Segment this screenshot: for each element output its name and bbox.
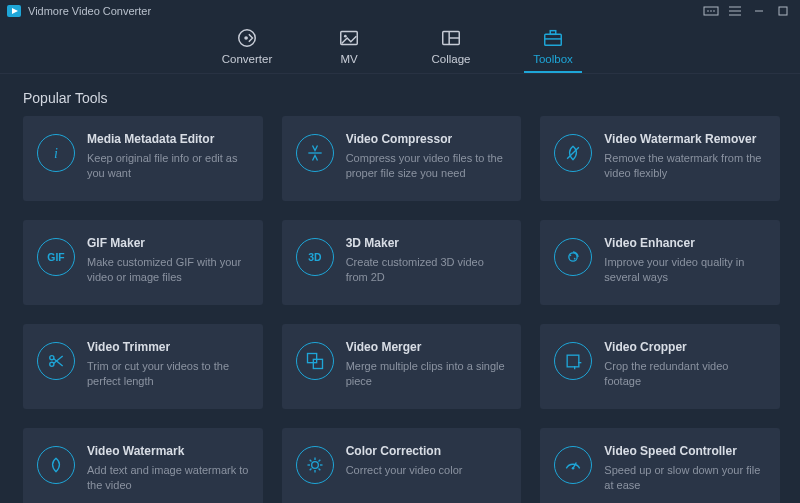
tool-desc: Speed up or slow down your file at ease xyxy=(604,463,766,493)
svg-rect-10 xyxy=(779,7,787,15)
tool-card[interactable]: Video Compressor Compress your video fil… xyxy=(282,116,522,201)
collage-icon xyxy=(440,27,462,49)
tool-desc: Improve your video quality in several wa… xyxy=(604,255,766,285)
svg-point-26 xyxy=(569,253,577,261)
mv-icon xyxy=(338,27,360,49)
top-nav: Converter MV Collage Toolbox xyxy=(0,22,800,74)
watermark-icon xyxy=(37,446,75,484)
titlebar: Vidmore Video Converter xyxy=(0,0,800,22)
nav-converter[interactable]: Converter xyxy=(218,27,276,73)
tool-desc: Remove the watermark from the video flex… xyxy=(604,151,766,181)
tool-card[interactable]: Video Cropper Crop the redundant video f… xyxy=(540,324,780,409)
svg-line-45 xyxy=(309,469,311,471)
nav-mv[interactable]: MV xyxy=(320,27,378,73)
svg-text:3D: 3D xyxy=(308,252,322,263)
tool-desc: Create customized 3D video from 2D xyxy=(346,255,508,285)
tool-card[interactable]: Video Watermark Add text and image water… xyxy=(23,428,263,503)
three-d-icon: 3D xyxy=(296,238,334,276)
svg-point-48 xyxy=(572,467,575,470)
tool-title: Video Trimmer xyxy=(87,340,249,354)
tool-desc: Compress your video files to the proper … xyxy=(346,151,508,181)
tool-card[interactable]: Color Correction Correct your video colo… xyxy=(282,428,522,503)
svg-rect-34 xyxy=(313,359,322,368)
svg-point-5 xyxy=(713,10,715,12)
tool-card[interactable]: i Media Metadata Editor Keep original fi… xyxy=(23,116,263,201)
nav-toolbox[interactable]: Toolbox xyxy=(524,27,582,73)
tool-text: Media Metadata Editor Keep original file… xyxy=(87,132,249,181)
tools-grid: i Media Metadata Editor Keep original fi… xyxy=(23,116,780,503)
tool-card[interactable]: Video Enhancer Improve your video qualit… xyxy=(540,220,780,305)
tool-text: Video Cropper Crop the redundant video f… xyxy=(604,340,766,389)
tool-text: Video Enhancer Improve your video qualit… xyxy=(604,236,766,285)
svg-point-28 xyxy=(574,258,576,260)
app-icon xyxy=(6,3,22,19)
tool-desc: Add text and image watermark to the vide… xyxy=(87,463,249,493)
nav-label: Collage xyxy=(432,53,471,65)
tool-card[interactable]: 3D 3D Maker Create customized 3D video f… xyxy=(282,220,522,305)
menu-dots-icon[interactable] xyxy=(700,3,722,19)
watermark-remove-icon xyxy=(554,134,592,172)
svg-point-38 xyxy=(311,462,318,469)
tool-card[interactable]: Video Merger Merge multiple clips into a… xyxy=(282,324,522,409)
svg-line-44 xyxy=(318,469,320,471)
svg-rect-18 xyxy=(545,34,562,45)
tool-desc: Trim or cut your videos to the perfect l… xyxy=(87,359,249,389)
color-icon xyxy=(296,446,334,484)
nav-collage[interactable]: Collage xyxy=(422,27,480,73)
tool-card[interactable]: Video Speed Controller Speed up or slow … xyxy=(540,428,780,503)
gif-icon: GIF xyxy=(37,238,75,276)
cropper-icon xyxy=(554,342,592,380)
content-area: Popular Tools i Media Metadata Editor Ke… xyxy=(0,74,800,503)
minimize-button[interactable] xyxy=(748,3,770,19)
tool-desc: Make customized GIF with your video or i… xyxy=(87,255,249,285)
svg-point-27 xyxy=(570,255,572,257)
nav-label: MV xyxy=(340,53,357,65)
tool-title: Video Watermark xyxy=(87,444,249,458)
svg-rect-33 xyxy=(307,354,316,363)
tool-title: Media Metadata Editor xyxy=(87,132,249,146)
enhancer-icon xyxy=(554,238,592,276)
tool-text: Video Speed Controller Speed up or slow … xyxy=(604,444,766,493)
svg-rect-19 xyxy=(550,31,556,35)
tool-card[interactable]: Video Watermark Remover Remove the water… xyxy=(540,116,780,201)
svg-text:GIF: GIF xyxy=(47,252,64,263)
tool-desc: Crop the redundant video footage xyxy=(604,359,766,389)
tool-desc: Merge multiple clips into a single piece xyxy=(346,359,508,389)
merger-icon xyxy=(296,342,334,380)
info-icon: i xyxy=(37,134,75,172)
tool-text: 3D Maker Create customized 3D video from… xyxy=(346,236,508,285)
tool-desc: Correct your video color xyxy=(346,463,508,478)
tool-title: Video Cropper xyxy=(604,340,766,354)
tool-text: Color Correction Correct your video colo… xyxy=(346,444,508,478)
svg-point-4 xyxy=(710,10,712,12)
section-title: Popular Tools xyxy=(23,90,780,106)
tool-title: Video Speed Controller xyxy=(604,444,766,458)
app-title: Vidmore Video Converter xyxy=(28,5,151,17)
tool-card[interactable]: Video Trimmer Trim or cut your videos to… xyxy=(23,324,263,409)
nav-label: Converter xyxy=(222,53,273,65)
tool-card[interactable]: GIF GIF Maker Make customized GIF with y… xyxy=(23,220,263,305)
toolbox-icon xyxy=(542,27,564,49)
tool-title: Video Watermark Remover xyxy=(604,132,766,146)
compress-icon xyxy=(296,134,334,172)
trimmer-icon xyxy=(37,342,75,380)
svg-point-3 xyxy=(707,10,709,12)
tool-text: Video Trimmer Trim or cut your videos to… xyxy=(87,340,249,389)
svg-point-12 xyxy=(244,36,248,40)
tool-text: Video Watermark Remover Remove the water… xyxy=(604,132,766,181)
converter-icon xyxy=(236,27,258,49)
tool-title: Video Merger xyxy=(346,340,508,354)
tool-text: GIF Maker Make customized GIF with your … xyxy=(87,236,249,285)
tool-title: GIF Maker xyxy=(87,236,249,250)
tool-text: Video Compressor Compress your video fil… xyxy=(346,132,508,181)
tool-title: Color Correction xyxy=(346,444,508,458)
svg-line-46 xyxy=(318,460,320,462)
hamburger-icon[interactable] xyxy=(724,3,746,19)
tool-text: Video Watermark Add text and image water… xyxy=(87,444,249,493)
tool-title: Video Enhancer xyxy=(604,236,766,250)
svg-point-14 xyxy=(344,35,347,38)
speed-icon xyxy=(554,446,592,484)
svg-text:i: i xyxy=(54,145,58,161)
maximize-button[interactable] xyxy=(772,3,794,19)
svg-rect-35 xyxy=(567,355,579,367)
